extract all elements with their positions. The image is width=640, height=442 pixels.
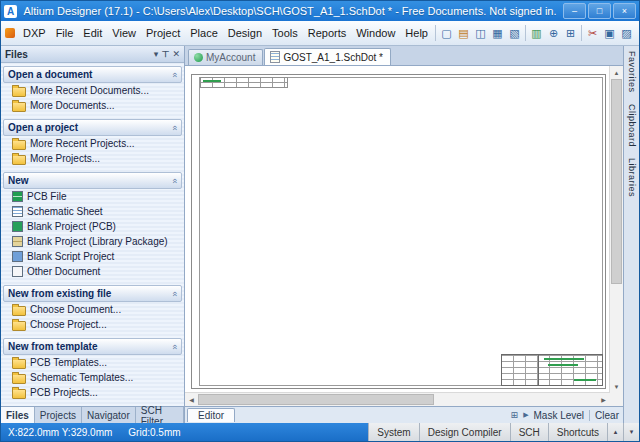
zoom-in-icon[interactable]: ⊕ bbox=[545, 25, 562, 42]
menu-project[interactable]: Project bbox=[141, 25, 185, 41]
collapse-icon[interactable]: « bbox=[169, 72, 179, 77]
toolbar-separator bbox=[581, 25, 582, 41]
panel-menu-icon[interactable]: ▾ bbox=[154, 49, 159, 59]
schematic-canvas[interactable]: ▲ ▼ ◀ ▶ bbox=[185, 66, 623, 406]
pcb-templates-link[interactable]: PCB Templates... bbox=[3, 355, 182, 370]
section-header[interactable]: Open a document « bbox=[3, 66, 182, 83]
folder-icon bbox=[12, 87, 26, 97]
print-icon[interactable]: ▦ bbox=[489, 25, 506, 42]
scroll-left-icon[interactable]: ◀ bbox=[185, 393, 198, 406]
shortcuts-panel-button[interactable]: Shortcuts bbox=[548, 423, 607, 441]
schematic-sheet-icon bbox=[12, 206, 23, 217]
print-preview-icon[interactable]: ▧ bbox=[506, 25, 523, 42]
pcb-projects-link[interactable]: PCB Projects... bbox=[3, 385, 182, 400]
collapse-icon[interactable]: « bbox=[169, 178, 179, 183]
schematic-templates-link[interactable]: Schematic Templates... bbox=[3, 370, 182, 385]
scroll-right-icon[interactable]: ▶ bbox=[597, 393, 610, 406]
item-label: PCB File bbox=[27, 191, 66, 202]
open-project-icon[interactable]: ▥ bbox=[528, 25, 545, 42]
choose-project-link[interactable]: Choose Project... bbox=[3, 317, 182, 332]
panel-tab-files[interactable]: Files bbox=[1, 407, 35, 423]
new-other-document-link[interactable]: Other Document bbox=[3, 264, 182, 279]
mask-level-button[interactable]: Mask Level bbox=[534, 410, 585, 421]
new-document-icon[interactable]: ▢ bbox=[438, 25, 455, 42]
sch-panel-button[interactable]: SCH bbox=[510, 423, 548, 441]
scroll-up-icon[interactable]: ▲ bbox=[610, 66, 623, 79]
collapse-icon[interactable]: « bbox=[169, 344, 179, 349]
item-label: Other Document bbox=[27, 266, 100, 277]
item-label: More Documents... bbox=[30, 100, 114, 111]
panel-tab-favorites[interactable]: Favorites bbox=[627, 51, 637, 93]
item-label: Blank Project (Library Package) bbox=[27, 236, 168, 247]
horizontal-scroll-thumb[interactable] bbox=[198, 394, 434, 405]
more-recent-documents-link[interactable]: More Recent Documents... bbox=[3, 83, 182, 98]
design-compiler-panel-button[interactable]: Design Compiler bbox=[419, 423, 510, 441]
section-title: New from existing file bbox=[8, 288, 111, 299]
paste-icon[interactable]: ▨ bbox=[618, 25, 635, 42]
horizontal-scrollbar[interactable]: ◀ ▶ bbox=[185, 392, 610, 406]
section-header[interactable]: New « bbox=[3, 172, 182, 189]
scroll-down-icon[interactable]: ▼ bbox=[610, 380, 623, 393]
menu-edit[interactable]: Edit bbox=[78, 25, 107, 41]
collapse-down-icon[interactable]: ▾ bbox=[623, 423, 639, 441]
cut-icon[interactable]: ✂ bbox=[584, 25, 601, 42]
copy-icon[interactable]: ▣ bbox=[601, 25, 618, 42]
menu-window[interactable]: Window bbox=[351, 25, 400, 41]
new-blank-project-library-link[interactable]: Blank Project (Library Package) bbox=[3, 234, 182, 249]
collapse-up-icon[interactable]: ▴ bbox=[607, 423, 623, 441]
tab-myaccount[interactable]: MyAccount bbox=[188, 49, 263, 65]
save-document-icon[interactable]: ◫ bbox=[472, 25, 489, 42]
folder-icon bbox=[12, 155, 26, 165]
open-document-icon[interactable]: ▤ bbox=[455, 25, 472, 42]
window-title: Altium Designer (17.1) - C:\Users\Alex\D… bbox=[21, 5, 559, 17]
close-button[interactable]: × bbox=[613, 3, 636, 19]
collapse-icon[interactable]: « bbox=[169, 125, 179, 130]
clear-button[interactable]: Clear bbox=[595, 410, 619, 421]
new-blank-project-pcb-link[interactable]: Blank Project (PCB) bbox=[3, 219, 182, 234]
menu-design[interactable]: Design bbox=[223, 25, 267, 41]
mask-grid-icon[interactable]: ⊞ bbox=[511, 410, 519, 420]
vertical-scroll-thumb[interactable] bbox=[611, 79, 622, 284]
section-header[interactable]: New from existing file « bbox=[3, 285, 182, 302]
menu-dxp[interactable]: DXP bbox=[18, 25, 51, 41]
menu-reports[interactable]: Reports bbox=[303, 25, 352, 41]
editor-tab[interactable]: Editor bbox=[187, 408, 235, 422]
menu-tools[interactable]: Tools bbox=[267, 25, 303, 41]
new-blank-script-project-link[interactable]: Blank Script Project bbox=[3, 249, 182, 264]
schematic-sheet-frame bbox=[191, 74, 606, 389]
grid-setting: Grid:0.5mm bbox=[128, 427, 180, 438]
panel-pin-icon[interactable]: ⊤ bbox=[161, 49, 169, 59]
more-projects-link[interactable]: More Projects... bbox=[3, 151, 182, 166]
zoom-area-icon[interactable]: ⊞ bbox=[562, 25, 579, 42]
panel-tab-clipboard[interactable]: Clipboard bbox=[627, 104, 637, 147]
tab-gost-a1-1-schdot[interactable]: GOST_A1_1.SchDot * bbox=[264, 48, 391, 65]
new-pcb-file-link[interactable]: PCB File bbox=[3, 189, 182, 204]
menubar: DXP File Edit View Project Place Design … bbox=[1, 21, 639, 46]
divider bbox=[589, 410, 590, 421]
more-documents-link[interactable]: More Documents... bbox=[3, 98, 182, 113]
vertical-scrollbar[interactable]: ▲ ▼ bbox=[609, 66, 623, 393]
toolbar-separator bbox=[525, 25, 526, 41]
section-header[interactable]: Open a project « bbox=[3, 119, 182, 136]
minimize-button[interactable]: – bbox=[563, 3, 586, 19]
new-schematic-sheet-link[interactable]: Schematic Sheet bbox=[3, 204, 182, 219]
menu-place[interactable]: Place bbox=[185, 25, 223, 41]
panel-tab-projects[interactable]: Projects bbox=[35, 407, 82, 423]
system-panel-button[interactable]: System bbox=[368, 423, 418, 441]
folder-icon bbox=[12, 374, 26, 384]
collapse-icon[interactable]: « bbox=[169, 291, 179, 296]
undo-icon[interactable]: ↺ bbox=[635, 25, 639, 42]
panel-close-icon[interactable]: ✕ bbox=[172, 49, 180, 59]
title-block-text-line bbox=[574, 379, 596, 381]
menu-file[interactable]: File bbox=[51, 25, 79, 41]
mask-arrow-icon[interactable]: ▶ bbox=[523, 411, 528, 419]
menu-view[interactable]: View bbox=[107, 25, 141, 41]
panel-tab-sch-filter[interactable]: SCH Filter bbox=[136, 407, 184, 423]
more-recent-projects-link[interactable]: More Recent Projects... bbox=[3, 136, 182, 151]
panel-tab-navigator[interactable]: Navigator bbox=[82, 407, 136, 423]
section-header[interactable]: New from template « bbox=[3, 338, 182, 355]
choose-document-link[interactable]: Choose Document... bbox=[3, 302, 182, 317]
panel-tab-libraries[interactable]: Libraries bbox=[627, 158, 637, 197]
menu-help[interactable]: Help bbox=[400, 25, 433, 41]
maximize-button[interactable]: □ bbox=[588, 3, 611, 19]
